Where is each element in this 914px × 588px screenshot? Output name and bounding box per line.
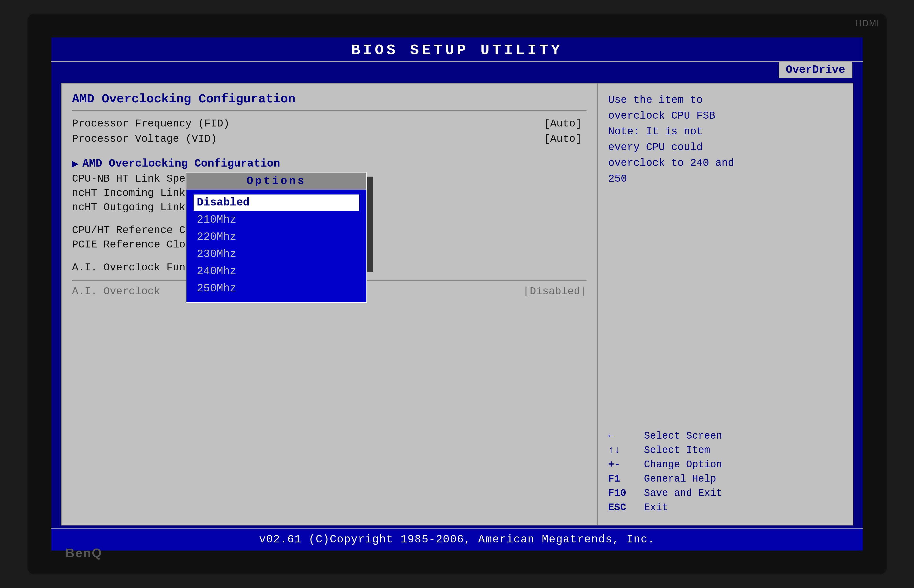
processor-frequency-row[interactable]: Processor Frequency (FID) [Auto] <box>72 118 587 129</box>
option-220mhz[interactable]: 220Mhz <box>194 229 359 245</box>
key-help-section: ← Select Screen ↑↓ Select Item +- Change… <box>608 430 842 516</box>
monitor-bezel: HDMI BIOS SETUP UTILITY OverDrive AMD Ov… <box>28 14 887 574</box>
key-row-select-item: ↑↓ Select Item <box>608 444 842 456</box>
left-panel: AMD Overclocking Configuration Processor… <box>61 83 598 525</box>
monitor-brand: BenQ <box>66 546 103 560</box>
key-row-f10: F10 Save and Exit <box>608 488 842 499</box>
key-f10: F10 <box>608 488 639 499</box>
option-250mhz[interactable]: 250Mhz <box>194 280 359 297</box>
key-change-option: Change Option <box>644 459 722 470</box>
options-list: Disabled 210Mhz 220Mhz 230Mhz 240Mhz 250… <box>186 190 366 302</box>
key-f1: F1 <box>608 473 639 485</box>
title-bar: BIOS SETUP UTILITY <box>51 37 863 62</box>
processor-voltage-row[interactable]: Processor Voltage (VID) [Auto] <box>72 133 587 145</box>
key-select-item: Select Item <box>644 444 710 456</box>
bottom-bar: v02.61 (C)Copyright 1985-2006, American … <box>51 528 863 551</box>
tab-overdrive[interactable]: OverDrive <box>779 62 852 78</box>
key-row-f1: F1 General Help <box>608 473 842 485</box>
right-panel: Use the item to overclock CPU FSB Note: … <box>598 83 853 525</box>
ai-overclock-value: [Disabled] <box>524 286 587 297</box>
key-row-esc: ESC Exit <box>608 502 842 513</box>
processor-frequency-label: Processor Frequency (FID) <box>72 118 230 129</box>
key-row-select-screen: ← Select Screen <box>608 430 842 442</box>
options-title-bar: Options <box>186 173 366 190</box>
arrow-icon: ▶ <box>72 157 79 170</box>
option-210mhz[interactable]: 210Mhz <box>194 212 359 228</box>
submenu-label: AMD Overclocking Configuration <box>83 157 280 170</box>
options-title: Options <box>247 175 306 187</box>
key-general-help: General Help <box>644 473 716 485</box>
ai-overclock-label: A.I. Overclock <box>72 286 160 297</box>
key-updown: ↑↓ <box>608 444 639 456</box>
section-title: AMD Overclocking Configuration <box>72 92 587 106</box>
help-text: Use the item to overclock CPU FSB Note: … <box>608 92 842 430</box>
key-exit: Exit <box>644 502 668 513</box>
key-select-screen: Select Screen <box>644 430 722 442</box>
bios-title: BIOS SETUP UTILITY <box>351 42 563 59</box>
options-popup: Options Disabled 210Mhz 220Mhz 230Mhz 24… <box>186 172 367 303</box>
key-save-exit: Save and Exit <box>644 488 722 499</box>
key-esc: ESC <box>608 502 639 513</box>
hdmi-label: HDMI <box>856 18 880 28</box>
option-240mhz[interactable]: 240Mhz <box>194 263 359 279</box>
option-disabled[interactable]: Disabled <box>194 194 359 211</box>
option-230mhz[interactable]: 230Mhz <box>194 246 359 262</box>
processor-voltage-label: Processor Voltage (VID) <box>72 133 217 145</box>
key-plusminus: +- <box>608 459 639 470</box>
footer-text: v02.61 (C)Copyright 1985-2006, American … <box>259 533 655 546</box>
processor-frequency-value: [Auto] <box>544 118 581 129</box>
key-arrow: ← <box>608 430 639 442</box>
tab-row: OverDrive <box>51 62 863 78</box>
screen: BIOS SETUP UTILITY OverDrive AMD Overclo… <box>51 37 863 551</box>
amd-overclocking-submenu[interactable]: ▶ AMD Overclocking Configuration <box>72 157 587 170</box>
key-row-change-option: +- Change Option <box>608 459 842 470</box>
processor-voltage-value: [Auto] <box>544 133 581 145</box>
